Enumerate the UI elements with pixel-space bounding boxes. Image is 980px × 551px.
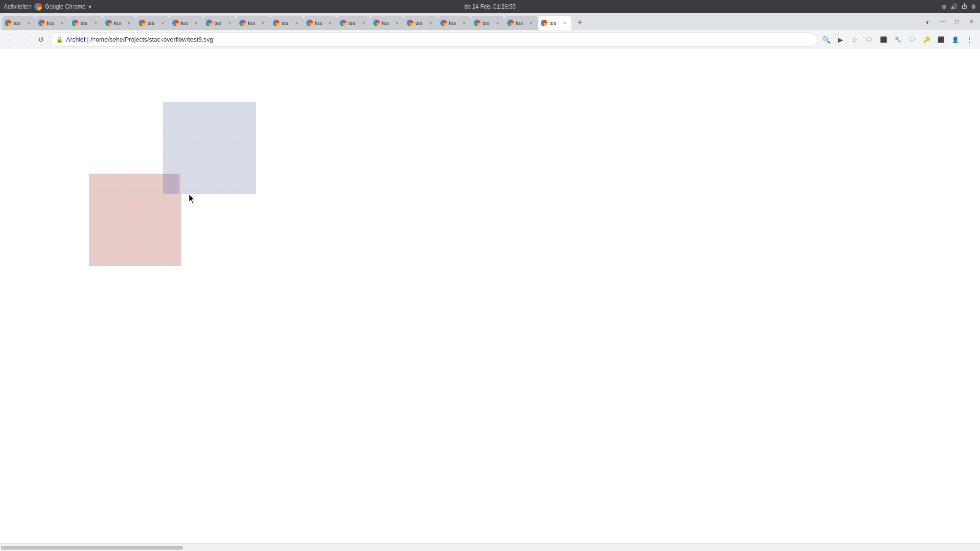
tab-title-13: tes bbox=[415, 20, 425, 26]
tab-favicon-11 bbox=[340, 20, 346, 26]
minimize-button[interactable]: — bbox=[936, 15, 949, 28]
extension-2-icon[interactable]: ⬛ bbox=[877, 33, 890, 46]
maximize-button[interactable]: □ bbox=[950, 15, 964, 28]
horizontal-scrollbar[interactable] bbox=[0, 543, 980, 551]
browser-content bbox=[0, 49, 980, 543]
tab-title-16: tes bbox=[516, 20, 525, 26]
tab-favicon-17 bbox=[541, 20, 547, 26]
activities-button[interactable]: Activiteiten bbox=[4, 3, 32, 10]
chrome-logo-icon bbox=[34, 3, 42, 11]
forward-button[interactable]: → bbox=[19, 33, 33, 46]
system-bar: Activiteiten Google Chrome ▾ do 24 Feb, … bbox=[0, 0, 980, 13]
tab-favicon-13 bbox=[407, 20, 413, 26]
nav-right-icons: 🔍 ▶ ☆ 🛡 ⬛ 🔧 🛡 🔑 ⬛ 👤 ⋮ bbox=[819, 33, 976, 46]
tab-title-5: tes bbox=[147, 20, 157, 26]
tab-close-15[interactable]: × bbox=[494, 19, 501, 27]
tab-close-7[interactable]: × bbox=[226, 19, 234, 27]
profile-icon[interactable]: 👤 bbox=[948, 33, 962, 46]
tab-10[interactable]: tes × bbox=[303, 16, 337, 30]
extension-4-icon[interactable]: 🛡 bbox=[905, 33, 919, 46]
tab-close-11[interactable]: × bbox=[360, 19, 368, 27]
tab-favicon-8 bbox=[239, 20, 246, 26]
tab-close-4[interactable]: × bbox=[125, 19, 133, 27]
tab-6[interactable]: tes × bbox=[169, 16, 203, 30]
scrollbar-track bbox=[1, 546, 979, 550]
tab-17-active[interactable]: tes × bbox=[538, 16, 571, 30]
tab-close-8[interactable]: × bbox=[259, 19, 267, 27]
svg-rect-8 bbox=[163, 174, 179, 194]
menu-button[interactable]: ⋮ bbox=[963, 33, 976, 46]
tab-12[interactable]: tes × bbox=[370, 16, 404, 30]
tab-close-6[interactable]: × bbox=[192, 19, 200, 27]
tab-15[interactable]: tes × bbox=[471, 16, 504, 30]
extension-1-icon[interactable]: 🛡 bbox=[862, 33, 876, 46]
tab-16[interactable]: tes × bbox=[504, 16, 538, 30]
tab-close-17[interactable]: × bbox=[561, 19, 568, 27]
datetime-label: do 24 Feb, 01:28:55 bbox=[464, 3, 515, 10]
search-icon[interactable]: 🔍 bbox=[819, 33, 833, 46]
browser-name-label: Google Chrome bbox=[45, 3, 86, 10]
tab-close-1[interactable]: × bbox=[25, 19, 33, 27]
system-bar-left: Activiteiten Google Chrome ▾ bbox=[4, 3, 91, 11]
tab-close-12[interactable]: × bbox=[393, 19, 401, 27]
tab-favicon-12 bbox=[373, 20, 380, 26]
tab-title-1: tes bbox=[13, 20, 23, 26]
extension-3-icon[interactable]: 🔧 bbox=[891, 33, 904, 46]
tab-title-7: tes bbox=[214, 20, 224, 26]
tab-close-9[interactable]: × bbox=[293, 19, 301, 27]
tab-14[interactable]: tes × bbox=[437, 16, 471, 30]
tab-close-5[interactable]: × bbox=[159, 19, 167, 27]
tab-title-6: tes bbox=[181, 20, 190, 26]
tab-11[interactable]: tes × bbox=[337, 16, 370, 30]
lock-icon: 🔒 bbox=[56, 36, 63, 43]
tab-title-14: tes bbox=[449, 20, 458, 26]
tab-favicon-9 bbox=[273, 20, 279, 26]
tab-3[interactable]: tes × bbox=[69, 16, 102, 30]
tab-title-12: tes bbox=[382, 20, 391, 26]
tab-favicon-14 bbox=[440, 20, 447, 26]
tab-favicon-16 bbox=[507, 20, 514, 26]
extension-6-icon[interactable]: ⬛ bbox=[934, 33, 947, 46]
network-icon: ⊕ bbox=[942, 3, 947, 10]
tab-4[interactable]: tes × bbox=[102, 16, 136, 30]
tab-8[interactable]: tes × bbox=[236, 16, 270, 30]
tab-close-3[interactable]: × bbox=[92, 19, 100, 27]
tab-favicon-7 bbox=[206, 20, 212, 26]
settings-icon[interactable]: ⚙ bbox=[971, 3, 976, 10]
tab-favicon-15 bbox=[474, 20, 480, 26]
tab-13[interactable]: tes × bbox=[404, 16, 437, 30]
new-tab-button[interactable]: + bbox=[573, 16, 587, 29]
tab-overflow-button[interactable]: ▾ bbox=[921, 16, 934, 29]
tab-1[interactable]: tes × bbox=[2, 16, 35, 30]
tab-5[interactable]: tes × bbox=[136, 16, 169, 30]
tab-title-3: tes bbox=[80, 20, 90, 26]
bookmark-icon[interactable]: ☆ bbox=[848, 33, 861, 46]
tab-7[interactable]: tes × bbox=[203, 16, 236, 30]
address-bar[interactable]: 🔒 Archief | /home/sehe/Projects/stackove… bbox=[50, 33, 817, 47]
tab-title-9: tes bbox=[281, 20, 291, 26]
tab-close-16[interactable]: × bbox=[527, 19, 535, 27]
tab-close-10[interactable]: × bbox=[326, 19, 334, 27]
tab-close-14[interactable]: × bbox=[460, 19, 468, 27]
back-button[interactable]: ← bbox=[4, 33, 17, 46]
play-icon[interactable]: ▶ bbox=[834, 33, 847, 46]
tab-close-13[interactable]: × bbox=[427, 19, 434, 27]
tab-title-10: tes bbox=[315, 20, 324, 26]
browser-chrome: tes × tes × tes × tes × tes × tes × bbox=[0, 13, 980, 49]
tab-favicon-2 bbox=[38, 20, 45, 26]
extension-5-icon[interactable]: 🔑 bbox=[920, 33, 933, 46]
tab-favicon-10 bbox=[306, 20, 313, 26]
tab-9[interactable]: tes × bbox=[270, 16, 303, 30]
system-tray: ⊕ 🔊 ⏻ ⚙ bbox=[942, 3, 976, 10]
url-display: Archief | /home/sehe/Projects/stackoverf… bbox=[66, 36, 811, 43]
close-window-button[interactable]: × bbox=[965, 15, 978, 28]
tab-favicon-3 bbox=[72, 20, 78, 26]
url-prefix: Archief bbox=[66, 36, 85, 43]
tab-close-2[interactable]: × bbox=[58, 19, 66, 27]
tab-title-4: tes bbox=[114, 20, 123, 26]
dropdown-arrow-icon[interactable]: ▾ bbox=[89, 3, 91, 10]
tab-2[interactable]: tes × bbox=[35, 16, 69, 30]
reload-button[interactable]: ↺ bbox=[34, 33, 48, 46]
tab-title-8: tes bbox=[248, 20, 257, 26]
scrollbar-thumb[interactable] bbox=[1, 546, 183, 550]
